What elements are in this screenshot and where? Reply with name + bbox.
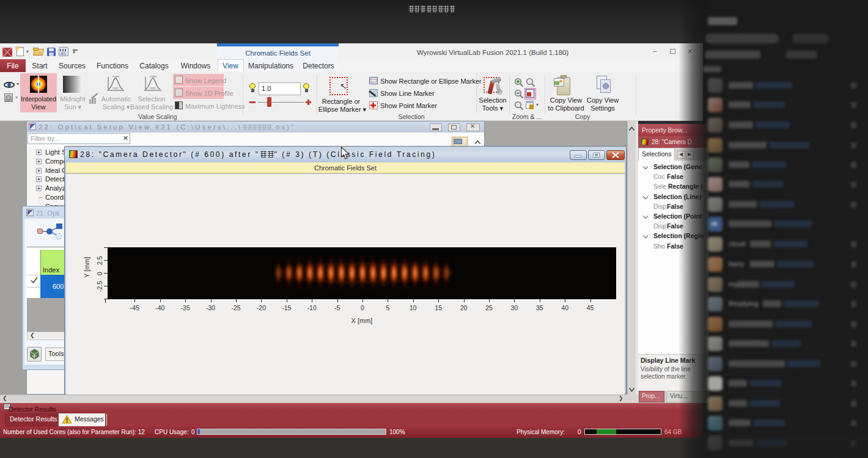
svg-text:min: min	[150, 86, 156, 90]
svg-text:max: max	[150, 75, 156, 78]
svg-text:max: max	[112, 75, 119, 78]
svg-text:min: min	[112, 86, 119, 90]
svg-text:3D: 3D	[32, 354, 37, 358]
